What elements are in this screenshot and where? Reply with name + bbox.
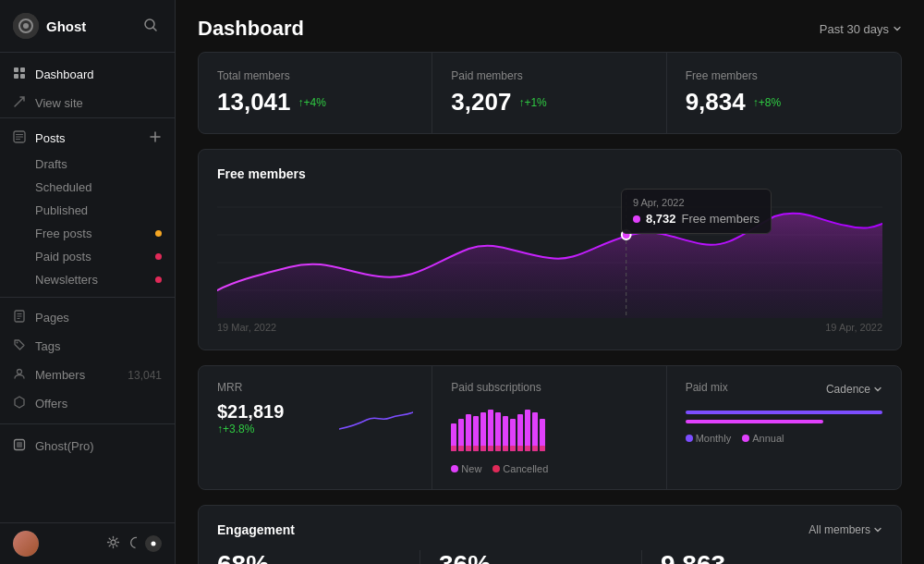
eng-value-newsletter: 9,863 bbox=[661, 550, 845, 564]
ghost-pro-icon bbox=[13, 438, 26, 454]
sidebar-item-published[interactable]: Published bbox=[0, 199, 175, 222]
paid-members-card: Paid members 3,207 ↑+1% bbox=[432, 53, 666, 133]
mrr-sparkline bbox=[339, 401, 413, 441]
paid-sub-legend: New Cancelled bbox=[451, 463, 647, 474]
tooltip-dot bbox=[633, 215, 640, 223]
sidebar-item-pages[interactable]: Pages bbox=[0, 303, 175, 332]
sidebar: Ghost Dashboard bbox=[0, 0, 176, 564]
mrr-label: MRR bbox=[217, 381, 413, 394]
members-label: Members bbox=[35, 368, 85, 382]
metrics-row: MRR $21,819 ↑+3.8% Paid subscriptions bbox=[198, 365, 902, 490]
free-members-chart-title: Free members bbox=[217, 166, 882, 181]
free-members-stat-card: Free members 9,834 ↑+8% bbox=[667, 53, 901, 133]
sidebar-item-offers[interactable]: Offers bbox=[0, 389, 175, 418]
svg-rect-44 bbox=[451, 446, 456, 451]
svg-rect-48 bbox=[480, 446, 486, 451]
eng-value-30days: 68% bbox=[217, 550, 401, 564]
svg-rect-36 bbox=[488, 410, 493, 451]
svg-point-19 bbox=[17, 342, 18, 344]
svg-rect-51 bbox=[503, 446, 508, 451]
members-icon bbox=[13, 367, 26, 383]
paid-members-label: Paid members bbox=[451, 69, 647, 82]
free-members-change: ↑+8% bbox=[753, 96, 781, 109]
posts-add-icon[interactable] bbox=[149, 130, 162, 146]
members-count: 13,041 bbox=[128, 369, 162, 382]
search-button[interactable] bbox=[140, 14, 162, 39]
view-site-icon bbox=[13, 95, 26, 111]
sidebar-item-ghost-pro[interactable]: Ghost(Pro) bbox=[0, 432, 175, 460]
paid-mix-chart bbox=[686, 411, 882, 423]
sidebar-bottom bbox=[0, 522, 175, 564]
paid-subscriptions-card: Paid subscriptions bbox=[432, 366, 666, 489]
sidebar-item-scheduled[interactable]: Scheduled bbox=[0, 176, 175, 199]
mrr-value: $21,819 bbox=[217, 401, 328, 423]
other-nav-section: Pages Tags bbox=[0, 297, 175, 423]
page-header: Dashboard Past 30 days bbox=[176, 0, 924, 52]
svg-rect-53 bbox=[517, 446, 523, 451]
svg-rect-35 bbox=[480, 412, 486, 451]
sidebar-item-drafts[interactable]: Drafts bbox=[0, 153, 175, 176]
offers-icon bbox=[13, 396, 26, 411]
svg-rect-7 bbox=[14, 74, 18, 79]
brand-avatar bbox=[13, 13, 39, 39]
paid-mix-label: Paid mix bbox=[686, 381, 728, 394]
sidebar-item-free-posts[interactable]: Free posts bbox=[0, 222, 175, 245]
engagement-title: Engagement bbox=[217, 522, 295, 537]
tags-label: Tags bbox=[35, 339, 60, 353]
scheduled-label: Scheduled bbox=[35, 180, 91, 194]
newsletters-label: Newsletters bbox=[35, 273, 98, 287]
date-filter-label: Past 30 days bbox=[820, 22, 889, 36]
sidebar-item-dashboard[interactable]: Dashboard bbox=[0, 60, 175, 89]
cadence-button[interactable]: Cadence bbox=[826, 383, 882, 396]
chart-container: 9 Apr, 2022 8,732 Free members bbox=[217, 189, 882, 318]
posts-header[interactable]: Posts bbox=[0, 124, 175, 153]
svg-rect-55 bbox=[532, 446, 538, 451]
svg-rect-56 bbox=[540, 446, 545, 451]
total-members-card: Total members 13,041 ↑+4% bbox=[199, 53, 432, 133]
sidebar-navigation: Dashboard View site bbox=[0, 53, 175, 522]
page-title: Dashboard bbox=[198, 17, 304, 41]
mrr-inner: $21,819 ↑+3.8% bbox=[217, 401, 413, 441]
svg-point-23 bbox=[111, 540, 116, 545]
paid-mix-header: Paid mix Cadence bbox=[686, 381, 882, 398]
stats-row: Total members 13,041 ↑+4% Paid members 3… bbox=[198, 52, 902, 134]
settings-button[interactable] bbox=[103, 533, 123, 555]
sidebar-item-paid-posts[interactable]: Paid posts bbox=[0, 245, 175, 268]
posts-section: Posts Drafts Scheduled Published Free bbox=[0, 117, 175, 297]
drafts-label: Drafts bbox=[35, 157, 67, 171]
user-avatar[interactable] bbox=[13, 531, 39, 557]
sidebar-item-newsletters[interactable]: Newsletters bbox=[0, 268, 175, 291]
svg-rect-47 bbox=[473, 446, 479, 451]
engagement-stats: 68% Engaged in the last 30 days 36% Enga… bbox=[217, 550, 882, 564]
bottom-icons bbox=[103, 533, 162, 555]
ghost-pro-label: Ghost(Pro) bbox=[35, 439, 94, 453]
brand[interactable]: Ghost bbox=[13, 13, 86, 39]
svg-rect-41 bbox=[525, 410, 530, 451]
svg-rect-8 bbox=[20, 74, 25, 79]
date-filter[interactable]: Past 30 days bbox=[820, 22, 902, 36]
all-members-button[interactable]: All members bbox=[808, 523, 882, 536]
mrr-card: MRR $21,819 ↑+3.8% bbox=[199, 366, 432, 489]
engagement-header: Engagement All members bbox=[217, 522, 882, 537]
chart-date-start: 19 Mar, 2022 bbox=[217, 322, 276, 333]
tooltip-date: 9 Apr, 2022 bbox=[633, 197, 760, 208]
published-label: Published bbox=[35, 203, 88, 217]
sidebar-item-view-site[interactable]: View site bbox=[0, 89, 175, 117]
free-posts-dot bbox=[155, 230, 162, 237]
theme-toggle[interactable] bbox=[130, 535, 162, 552]
paid-sub-label: Paid subscriptions bbox=[451, 381, 647, 394]
pages-label: Pages bbox=[35, 311, 69, 325]
mrr-change: ↑+3.8% bbox=[217, 423, 328, 435]
svg-point-20 bbox=[18, 370, 22, 374]
sidebar-item-members[interactable]: Members 13,041 bbox=[0, 361, 175, 389]
free-posts-label: Free posts bbox=[35, 227, 91, 240]
sidebar-item-tags[interactable]: Tags bbox=[0, 332, 175, 361]
svg-rect-54 bbox=[525, 446, 530, 451]
paid-mix-legend: Monthly Annual bbox=[686, 433, 882, 444]
posts-icon bbox=[13, 130, 26, 146]
svg-rect-52 bbox=[510, 446, 516, 451]
paid-posts-dot bbox=[155, 253, 162, 260]
svg-rect-50 bbox=[495, 446, 501, 451]
view-site-label: View site bbox=[35, 96, 83, 110]
engagement-stat-30days: 68% Engaged in the last 30 days bbox=[217, 550, 420, 564]
